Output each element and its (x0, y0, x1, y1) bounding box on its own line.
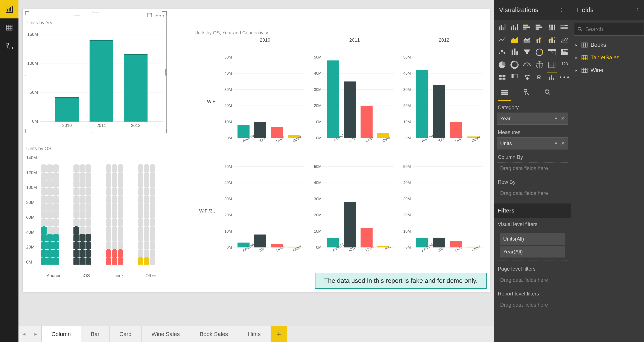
fields-tab[interactable] (498, 85, 511, 101)
viz-type-button[interactable] (522, 22, 532, 33)
viz-type-button[interactable] (547, 47, 557, 57)
svg-rect-153 (511, 27, 512, 30)
svg-rect-162 (536, 28, 539, 30)
page-tab[interactable]: Card (110, 326, 142, 342)
svg-text:30M: 30M (224, 197, 232, 201)
svg-text:40M: 40M (224, 180, 232, 185)
page-tab[interactable]: Book Sales (190, 326, 238, 342)
add-page-button[interactable]: + (271, 326, 287, 342)
expand-icon[interactable]: ▸ (576, 55, 578, 60)
table-item[interactable]: ▸ Wine (571, 64, 644, 77)
viz-type-button[interactable] (509, 35, 520, 45)
remove-field-icon[interactable]: ✕ (561, 116, 565, 121)
svg-rect-123 (344, 202, 356, 247)
more-options-icon[interactable]: • • • (156, 13, 164, 19)
filter-year[interactable]: Year(All) (500, 246, 565, 258)
viz-type-button[interactable] (509, 72, 520, 82)
viz-type-button[interactable] (559, 22, 570, 33)
expand-icon[interactable]: ▸ (576, 68, 578, 73)
drag-handle-icon[interactable]: ══ (74, 13, 80, 17)
format-tab[interactable] (520, 85, 532, 101)
svg-text:2012: 2012 (131, 123, 141, 128)
row-by-dropzone[interactable]: Drag data fields here (497, 187, 568, 199)
collapse-pane-icon[interactable]: 〉 (560, 6, 566, 14)
svg-rect-158 (523, 27, 530, 28)
viz-type-button[interactable] (559, 47, 570, 57)
page-filters-label: Page level filters (494, 262, 571, 273)
svg-text:30M: 30M (403, 87, 411, 92)
viz-type-button[interactable]: 123 (559, 60, 570, 70)
page-tab[interactable]: Wine Sales (142, 326, 190, 342)
report-filters-dropzone[interactable]: Drag data fields here (497, 299, 568, 311)
viz-type-button[interactable]: • • • (559, 72, 570, 82)
filter-units[interactable]: Units(All) (500, 233, 565, 245)
table-item[interactable]: ▸ TabletSales (571, 51, 644, 64)
viz-units-by-os[interactable]: Units by OS 0M 20M 40M 60M 80M 100M 120M… (26, 146, 190, 283)
fields-search[interactable] (574, 23, 644, 36)
svg-rect-21 (55, 97, 79, 98)
page-tab[interactable]: Hints (238, 326, 270, 342)
viz-type-button[interactable] (509, 22, 520, 33)
viz-type-button[interactable] (534, 22, 544, 33)
nav-model-view[interactable] (0, 37, 18, 55)
collapse-pane-icon[interactable]: 〉 (636, 6, 642, 14)
viz-type-button[interactable] (547, 72, 557, 82)
viz-type-button[interactable] (559, 35, 570, 45)
svg-rect-22 (90, 40, 113, 122)
viz-type-button[interactable] (522, 60, 532, 70)
viz-type-button[interactable]: R (534, 72, 544, 82)
category-label: Category (494, 101, 571, 111)
viz-type-button[interactable] (547, 35, 557, 45)
viz-type-button[interactable] (534, 47, 544, 57)
chevron-down-icon[interactable]: ▼ (554, 116, 558, 121)
viz-units-by-os-year-connectivity[interactable]: Units by OS, Year and Connectivity 20102… (194, 30, 486, 270)
tab-next[interactable]: ► (30, 326, 42, 342)
svg-rect-156 (517, 24, 518, 30)
viz-type-button[interactable] (497, 35, 507, 45)
viz-type-button[interactable] (547, 22, 557, 33)
chevron-down-icon[interactable]: ▼ (554, 141, 558, 146)
svg-text:100M: 100M (27, 61, 38, 66)
page-tab[interactable]: Column (42, 326, 81, 342)
nav-report-view[interactable] (0, 0, 18, 18)
table-icon (582, 42, 588, 48)
remove-field-icon[interactable]: ✕ (561, 141, 565, 146)
viz-type-button[interactable] (547, 60, 557, 70)
report-page[interactable]: ══ • • • Units by Year 0M 50M 100M 150M (23, 8, 490, 292)
svg-text:20M: 20M (314, 104, 322, 108)
page-filters-dropzone[interactable]: Drag data fields here (497, 274, 568, 286)
viz-units-by-year[interactable]: ══ • • • Units by Year 0M 50M 100M 150M (25, 11, 167, 133)
svg-text:50M: 50M (403, 55, 411, 59)
nav-data-view[interactable] (0, 18, 18, 37)
svg-text:0M: 0M (226, 136, 232, 140)
viz-type-button[interactable] (497, 60, 507, 70)
bar-chart: 0M 50M 100M 150M (27, 27, 165, 130)
svg-text:30M: 30M (314, 197, 322, 201)
svg-rect-205 (502, 78, 505, 80)
analytics-tab[interactable] (541, 85, 554, 101)
viz-type-button[interactable] (534, 35, 544, 45)
table-icon (582, 55, 588, 60)
viz-type-button[interactable] (509, 47, 520, 57)
search-input[interactable] (586, 26, 640, 33)
tab-prev[interactable]: ◄ (18, 326, 30, 342)
viz-type-button[interactable] (522, 35, 532, 45)
svg-text:40M: 40M (314, 180, 322, 185)
viz-type-button[interactable] (522, 47, 532, 57)
column-by-dropzone[interactable]: Drag data fields here (497, 162, 568, 174)
focus-mode-icon[interactable] (147, 13, 152, 19)
search-icon (578, 26, 582, 32)
viz-type-button[interactable] (509, 60, 520, 70)
viz-type-button[interactable] (522, 72, 532, 82)
viz-type-button[interactable] (497, 47, 507, 57)
category-well[interactable]: Year▼✕ (497, 113, 568, 125)
measures-well[interactable]: Units▼✕ (497, 138, 568, 150)
viz-type-button[interactable] (534, 60, 544, 70)
expand-icon[interactable]: ▸ (576, 43, 578, 47)
table-item[interactable]: ▸ Books (571, 39, 644, 51)
svg-rect-218 (502, 90, 508, 91)
viz-type-button[interactable] (497, 72, 507, 82)
page-tab[interactable]: Bar (81, 326, 110, 342)
viz-type-button[interactable] (497, 22, 507, 33)
svg-rect-188 (564, 51, 566, 52)
